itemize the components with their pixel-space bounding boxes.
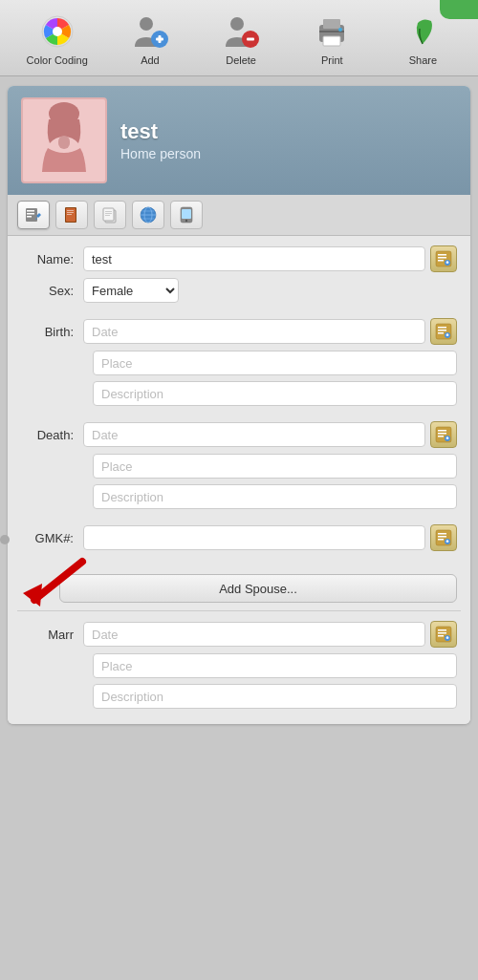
name-input[interactable] [83,246,425,271]
birth-desc-row [21,381,457,406]
svg-rect-21 [27,216,32,218]
death-desc-row [21,484,457,509]
svg-rect-30 [105,213,112,214]
birth-row: Birth: [21,318,457,345]
red-arrow-indicator [15,557,92,614]
svg-point-6 [230,17,244,31]
print-icon [311,11,353,53]
toolbar-item-color-coding[interactable]: Color Coding [27,11,88,66]
svg-rect-26 [67,214,72,215]
svg-rect-17 [58,136,70,149]
profile-info: test Home person [120,119,457,161]
add-label: Add [141,54,160,66]
profile-header: test Home person [8,86,470,195]
svg-rect-28 [103,208,114,221]
name-action-button[interactable] [430,245,457,272]
print-label: Print [321,54,343,66]
svg-rect-24 [67,210,74,211]
share-icon [402,11,444,53]
birth-place-input[interactable] [93,351,457,375]
add-icon [129,11,171,53]
delete-icon [220,11,262,53]
svg-rect-29 [105,211,112,212]
death-action-button[interactable] [430,421,457,448]
form-section: Name: Sex: Female Male Unknown [8,236,470,566]
svg-rect-67 [446,540,447,543]
sex-select[interactable]: Female Male Unknown [83,278,179,303]
birth-desc-input[interactable] [93,381,457,406]
svg-point-13 [338,28,342,32]
marr-desc-input[interactable] [93,684,457,709]
svg-point-2 [140,17,153,31]
svg-rect-49 [438,330,446,331]
add-spouse-row: Add Spouse... [8,566,470,610]
toolbar-item-add[interactable]: Add [121,11,179,66]
svg-point-1 [53,27,62,36]
tab-book[interactable] [55,201,88,229]
sex-label: Sex: [21,284,83,298]
gmk-action-button[interactable] [430,524,457,551]
birth-date-input[interactable] [83,319,425,344]
toolbar-item-delete[interactable]: Delete [212,11,270,66]
birth-label: Birth: [21,325,83,339]
gmk-label: GMK#: [21,531,83,545]
profile-subtitle: Home person [120,146,457,161]
svg-rect-25 [67,212,74,213]
svg-point-39 [185,220,187,222]
svg-rect-57 [438,436,444,437]
death-label: Death: [21,428,83,442]
svg-rect-31 [105,215,110,216]
add-spouse-button[interactable]: Add Spouse... [59,574,457,603]
tab-globe[interactable] [132,201,164,229]
svg-rect-11 [323,36,340,46]
death-desc-input[interactable] [93,484,457,509]
svg-rect-56 [438,433,446,435]
svg-rect-48 [438,327,446,329]
marr-action-button[interactable] [430,621,457,648]
svg-rect-38 [182,209,191,219]
svg-rect-72 [438,632,446,634]
tabs-row [8,195,470,236]
death-place-input[interactable] [93,454,457,479]
name-row: Name: [21,245,457,272]
tab-copy[interactable] [94,201,126,229]
color-coding-icon [36,11,78,53]
toolbar-item-share[interactable]: Share [394,11,451,66]
marriage-section: Marr [8,611,470,724]
marr-place-input[interactable] [93,653,457,678]
marr-date-input[interactable] [83,622,425,647]
death-place-row [21,454,457,479]
gmk-row: GMK#: [21,524,457,551]
svg-rect-64 [438,539,444,541]
svg-rect-46 [446,261,447,264]
death-date-input[interactable] [83,422,425,447]
share-label: Share [409,54,437,66]
toolbar-item-print[interactable]: Print [303,11,360,66]
svg-rect-20 [27,213,34,215]
content-area: test Home person [8,86,470,724]
sex-row: Sex: Female Male Unknown [21,278,457,303]
gmk-input[interactable] [83,525,425,550]
tab-tablet[interactable] [170,201,203,229]
tab-edit[interactable] [17,201,50,229]
name-label: Name: [21,252,83,266]
svg-rect-5 [158,35,161,43]
svg-rect-50 [438,332,444,334]
svg-rect-10 [323,19,340,29]
svg-rect-63 [438,536,446,538]
marr-row: Marr [21,621,457,648]
toolbar: Color Coding Add Delete [0,0,478,76]
profile-avatar [21,97,107,183]
color-coding-label: Color Coding [27,54,88,66]
svg-rect-43 [438,260,444,262]
svg-rect-41 [438,254,446,256]
svg-line-68 [34,562,82,600]
marr-desc-row [21,684,457,709]
delete-label: Delete [226,54,256,66]
svg-rect-76 [446,636,447,639]
birth-action-button[interactable] [430,318,457,345]
svg-rect-62 [438,533,446,535]
marr-label: Marr [21,628,83,642]
svg-rect-73 [438,635,444,637]
svg-rect-8 [247,37,254,40]
